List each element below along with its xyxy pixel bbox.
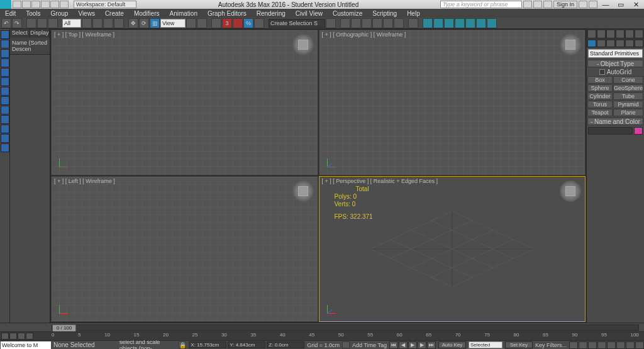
display-shapes-icon[interactable] bbox=[1, 49, 9, 58]
rollout-object-type[interactable]: - Object Type bbox=[587, 60, 643, 67]
display-tab-icon[interactable] bbox=[625, 40, 634, 47]
infocenter-search[interactable]: Type a keyword or phrase bbox=[440, 1, 522, 8]
primitive-box-button[interactable]: Box bbox=[587, 76, 613, 84]
menu-rendering[interactable]: Rendering bbox=[252, 10, 291, 17]
scale-icon[interactable]: ▥ bbox=[150, 18, 160, 28]
hierarchy-tab-icon[interactable] bbox=[606, 40, 615, 47]
bind-spacewarp-icon[interactable] bbox=[48, 18, 58, 28]
primitive-category-select[interactable]: Standard Primitives bbox=[588, 49, 643, 58]
spinner-snap-icon[interactable] bbox=[254, 18, 264, 28]
time-slider-track[interactable]: 0 / 100 bbox=[52, 324, 639, 331]
toggle-ribbon-icon[interactable] bbox=[372, 18, 382, 28]
coord-z-input[interactable]: Z: 0.0cm bbox=[267, 341, 304, 348]
move-icon[interactable]: ✥ bbox=[128, 18, 138, 28]
isolate-icon[interactable] bbox=[342, 341, 350, 348]
viewcube-icon[interactable] bbox=[292, 34, 314, 55]
select-by-name-icon[interactable] bbox=[92, 18, 103, 28]
menu-create[interactable]: Create bbox=[100, 10, 129, 17]
edit-named-sel-icon[interactable] bbox=[326, 18, 336, 28]
viewport-orthographic[interactable]: [ + ] [ Orthographic ] [ Wireframe ] bbox=[319, 30, 586, 175]
maximize-viewport-icon[interactable] bbox=[635, 341, 644, 349]
tool-c-icon[interactable] bbox=[606, 30, 615, 38]
rendered-frame-icon[interactable] bbox=[433, 18, 443, 28]
selection-lock-icon[interactable]: 🔒 bbox=[179, 341, 186, 348]
zoom-extents-all-icon[interactable] bbox=[597, 341, 606, 349]
menu-grapheditors[interactable]: Graph Editors bbox=[203, 10, 252, 17]
snap-toggle-icon[interactable]: 3 bbox=[222, 18, 232, 28]
modify-tab-icon[interactable] bbox=[597, 40, 606, 47]
menu-group[interactable]: Group bbox=[46, 10, 74, 17]
menu-views[interactable]: Views bbox=[73, 10, 100, 17]
viewport-ortho-label[interactable]: [ + ] [ Orthographic ] [ Wireframe ] bbox=[322, 31, 406, 38]
render-gallery-icon[interactable] bbox=[487, 18, 497, 28]
utilities-tab-icon[interactable] bbox=[635, 40, 643, 47]
coord-x-input[interactable]: X: 15.753cm bbox=[189, 341, 226, 348]
rollout-name-color[interactable]: - Name and Color bbox=[587, 118, 643, 125]
pivot-icon[interactable] bbox=[186, 18, 196, 28]
key-mode-select[interactable]: Selected bbox=[469, 341, 502, 348]
link-icon[interactable] bbox=[26, 18, 36, 28]
zoom-extents-icon[interactable] bbox=[588, 341, 597, 349]
redo-icon[interactable]: ↷ bbox=[12, 18, 22, 28]
display-cameras-icon[interactable] bbox=[1, 68, 9, 77]
time-slider-thumb[interactable]: 0 / 100 bbox=[52, 324, 76, 332]
goto-start-icon[interactable]: ⏮ bbox=[389, 341, 398, 349]
create-tab-icon[interactable] bbox=[587, 40, 596, 47]
viewport-top[interactable]: [ + ] [ Top ] [ Wireframe ] bbox=[51, 30, 318, 175]
viewport-top-label[interactable]: [ + ] [ Top ] [ Wireframe ] bbox=[54, 31, 114, 38]
next-frame-icon[interactable]: ▶ bbox=[418, 341, 426, 349]
primitive-cylinder-button[interactable]: Cylinder bbox=[587, 92, 613, 100]
menu-civilview[interactable]: Civil View bbox=[291, 10, 328, 17]
field-of-view-icon[interactable] bbox=[607, 341, 616, 349]
tool-e-icon[interactable] bbox=[625, 30, 634, 38]
set-key-button[interactable]: Set Key bbox=[505, 341, 533, 348]
qat-project-icon[interactable] bbox=[60, 1, 69, 8]
goto-end-icon[interactable]: ⏭ bbox=[427, 341, 436, 349]
select-region-icon[interactable] bbox=[103, 18, 113, 28]
autogrid-checkbox[interactable] bbox=[599, 69, 605, 75]
menu-animation[interactable]: Animation bbox=[164, 10, 202, 17]
display-hidden-icon[interactable] bbox=[1, 143, 9, 152]
tool-f-icon[interactable] bbox=[635, 30, 643, 38]
primitive-geosphere-button[interactable]: GeoSphere bbox=[613, 84, 643, 92]
menu-tools[interactable]: Tools bbox=[21, 10, 45, 17]
viewcube-icon[interactable] bbox=[292, 180, 314, 202]
sign-in-button[interactable]: Sign In bbox=[553, 1, 577, 8]
display-helpers-icon[interactable] bbox=[1, 77, 9, 86]
percent-snap-icon[interactable]: % bbox=[243, 18, 253, 28]
curve-editor-icon[interactable] bbox=[383, 18, 393, 28]
display-all-icon[interactable] bbox=[1, 30, 9, 39]
display-bones-icon[interactable] bbox=[1, 115, 9, 124]
render-setup-icon[interactable] bbox=[423, 18, 433, 28]
display-geometry-icon[interactable] bbox=[1, 40, 9, 48]
zoom-all-icon[interactable] bbox=[579, 341, 587, 349]
pan-icon[interactable] bbox=[616, 341, 625, 349]
manipulate-icon[interactable] bbox=[197, 18, 207, 28]
menu-help[interactable]: Help bbox=[402, 10, 425, 17]
qat-undo-icon[interactable] bbox=[41, 1, 50, 8]
render-online-icon[interactable] bbox=[476, 18, 486, 28]
workspace-selector[interactable]: Workspace: Default bbox=[74, 1, 136, 8]
display-xrefs-icon[interactable] bbox=[1, 106, 9, 114]
primitive-teapot-button[interactable]: Teapot bbox=[587, 109, 613, 116]
trackbar-filter-icon[interactable] bbox=[9, 333, 17, 340]
undo-icon[interactable]: ↶ bbox=[1, 18, 11, 28]
primitive-plane-button[interactable]: Plane bbox=[613, 109, 643, 116]
key-filters-button[interactable]: Key Filters... bbox=[535, 342, 567, 348]
tool-a-icon[interactable] bbox=[587, 30, 596, 38]
named-selection-set[interactable]: Create Selection S bbox=[269, 19, 325, 28]
favorites-icon[interactable] bbox=[579, 1, 587, 8]
qat-new-icon[interactable] bbox=[13, 1, 21, 8]
auto-key-button[interactable]: Auto Key bbox=[438, 341, 466, 348]
angle-snap-icon[interactable] bbox=[233, 18, 243, 28]
subscription-icon[interactable] bbox=[533, 1, 542, 8]
scene-column-header[interactable]: Name (Sorted Descen bbox=[10, 38, 50, 55]
tool-b-icon[interactable] bbox=[597, 30, 606, 38]
viewcube-icon[interactable] bbox=[560, 34, 581, 55]
display-frozen-icon[interactable] bbox=[1, 134, 9, 143]
render-production-icon[interactable] bbox=[444, 18, 454, 28]
primitive-pyramid-button[interactable]: Pyramid bbox=[613, 101, 643, 108]
window-maximize-button[interactable]: ▭ bbox=[614, 1, 628, 8]
menu-scripting[interactable]: Scripting bbox=[367, 10, 402, 17]
rotate-icon[interactable]: ⟳ bbox=[139, 18, 149, 28]
